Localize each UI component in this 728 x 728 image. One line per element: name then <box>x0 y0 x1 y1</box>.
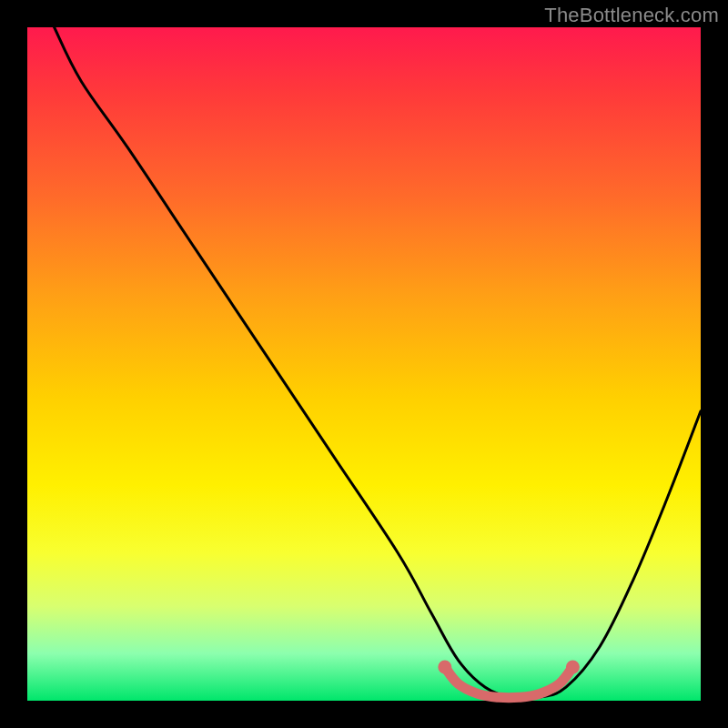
watermark-text: TheBottleneck.com <box>544 4 719 27</box>
sweet-spot-band-path <box>445 667 573 698</box>
sweet-spot-dot-right <box>566 661 580 674</box>
chart-svg <box>27 27 701 701</box>
sweet-spot-dot-left <box>438 661 451 674</box>
chart-frame: TheBottleneck.com <box>0 0 728 728</box>
bottleneck-curve-path <box>55 27 701 699</box>
plot-area <box>27 27 701 701</box>
bottleneck-curve-line <box>55 27 701 699</box>
